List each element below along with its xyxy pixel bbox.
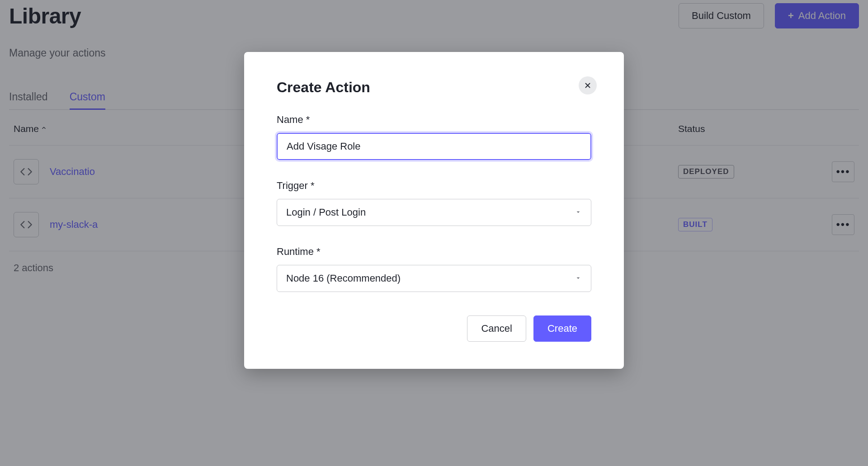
required-mark: *	[311, 180, 315, 191]
chevron-down-icon	[575, 207, 582, 218]
name-label: Name *	[277, 114, 591, 126]
required-mark: *	[306, 114, 310, 125]
create-action-modal: Create Action Name * Trigger * Login / P…	[244, 52, 624, 369]
chevron-down-icon	[575, 273, 582, 284]
close-button[interactable]	[579, 76, 597, 94]
field-name: Name *	[277, 114, 591, 160]
required-mark: *	[316, 246, 321, 257]
runtime-select-value: Node 16 (Recommended)	[286, 273, 401, 284]
name-input[interactable]	[277, 133, 591, 160]
field-runtime: Runtime * Node 16 (Recommended)	[277, 246, 591, 292]
trigger-select-value: Login / Post Login	[286, 207, 366, 218]
modal-backdrop[interactable]: Create Action Name * Trigger * Login / P…	[0, 0, 868, 466]
create-button[interactable]: Create	[533, 315, 591, 342]
runtime-select[interactable]: Node 16 (Recommended)	[277, 265, 591, 292]
runtime-label-text: Runtime	[277, 246, 314, 257]
cancel-button[interactable]: Cancel	[467, 315, 526, 342]
trigger-label-text: Trigger	[277, 180, 308, 191]
modal-footer: Cancel Create	[277, 315, 591, 342]
name-label-text: Name	[277, 114, 303, 125]
modal-title: Create Action	[277, 79, 591, 96]
trigger-select[interactable]: Login / Post Login	[277, 199, 591, 226]
trigger-label: Trigger *	[277, 180, 591, 192]
close-icon	[584, 81, 592, 89]
field-trigger: Trigger * Login / Post Login	[277, 180, 591, 226]
runtime-label: Runtime *	[277, 246, 591, 258]
